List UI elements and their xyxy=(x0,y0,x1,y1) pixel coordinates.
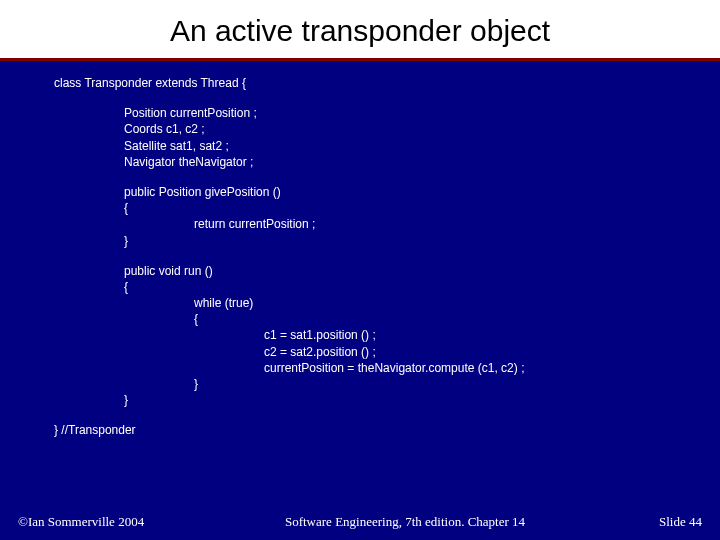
title-bar: An active transponder object xyxy=(0,0,720,61)
code-line: { xyxy=(54,200,680,216)
slide-title: An active transponder object xyxy=(0,14,720,48)
footer: ©Ian Sommerville 2004 Software Engineeri… xyxy=(0,514,720,530)
code-line: c2 = sat2.position () ; xyxy=(54,344,680,360)
code-line: return currentPosition ; xyxy=(54,216,680,232)
code-line: Satellite sat1, sat2 ; xyxy=(54,138,680,154)
footer-slide-number: Slide 44 xyxy=(622,514,702,530)
code-line: currentPosition = theNavigator.compute (… xyxy=(54,360,680,376)
code-line: public void run () xyxy=(54,263,680,279)
code-line: c1 = sat1.position () ; xyxy=(54,327,680,343)
footer-copyright: ©Ian Sommerville 2004 xyxy=(18,514,188,530)
code-block: class Transponder extends Thread { Posit… xyxy=(0,61,720,449)
code-line: } xyxy=(54,392,680,408)
code-line: Coords c1, c2 ; xyxy=(54,121,680,137)
code-line: } xyxy=(54,233,680,249)
code-line: public Position givePosition () xyxy=(54,184,680,200)
code-line: { xyxy=(54,279,680,295)
code-line: Navigator theNavigator ; xyxy=(54,154,680,170)
code-line: } xyxy=(54,376,680,392)
code-line: while (true) xyxy=(54,295,680,311)
code-line: Position currentPosition ; xyxy=(54,105,680,121)
code-line: { xyxy=(54,311,680,327)
code-line: class Transponder extends Thread { xyxy=(54,75,680,91)
footer-book-title: Software Engineering, 7th edition. Chapt… xyxy=(188,514,622,530)
code-line: } //Transponder xyxy=(54,422,680,438)
